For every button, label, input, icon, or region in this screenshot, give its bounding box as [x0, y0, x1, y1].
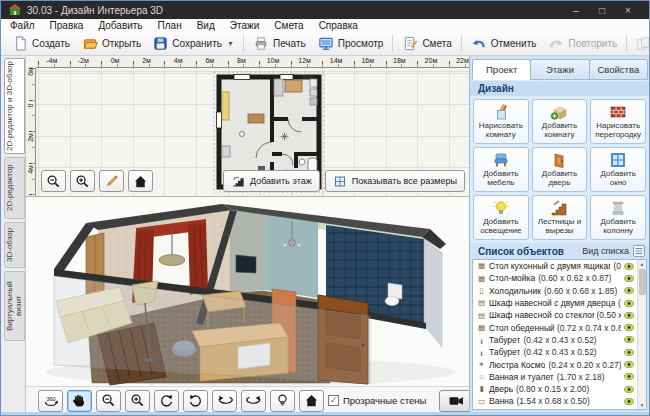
draw-partition-button[interactable]: Нарисовать перегородку: [590, 99, 646, 144]
visibility-eye-icon[interactable]: [624, 287, 635, 294]
object-list-item[interactable]: ▮ Дверь (0.80 x 0.15 x 2.00): [473, 383, 637, 395]
object-list-item[interactable]: ▭ Ванна (1.54 x 0.68 x 0.50): [473, 395, 637, 407]
3d-scene[interactable]: [26, 197, 469, 386]
print-button[interactable]: Печать: [247, 34, 312, 53]
object-list-item[interactable]: ▯ Холодильник (0.60 x 0.68 x 1.85): [473, 285, 637, 297]
object-list-item[interactable]: ▦ Стол-мойка (0.60 x 0.62 x 0.87): [473, 272, 637, 284]
tab-3d-view[interactable]: 3D-обзор: [4, 222, 25, 268]
tab-project[interactable]: Проект: [472, 59, 531, 80]
add-furniture-button[interactable]: Добавить мебель: [473, 147, 529, 192]
visibility-eye-icon[interactable]: [624, 373, 635, 380]
orbit-right-button[interactable]: [241, 390, 266, 412]
scroll-up-icon[interactable]: ▲: [640, 260, 645, 268]
estimate-button[interactable]: Смета: [396, 34, 457, 53]
menu-item[interactable]: Этажи: [230, 20, 260, 31]
home-view-3d-button[interactable]: [299, 390, 324, 412]
redo-button[interactable]: Повторить: [542, 34, 623, 53]
title-bar: 30.03 - Дизайн Интерьера 3D – □ ×: [1, 1, 649, 19]
menu-item[interactable]: Справка: [319, 20, 358, 31]
visibility-eye-icon[interactable]: [624, 263, 635, 270]
brick-wall-icon: [609, 104, 627, 120]
zoom-out-3d-button[interactable]: [96, 390, 121, 412]
draw-room-button[interactable]: Нарисовать комнату: [473, 99, 529, 144]
home-view-2d-button[interactable]: [128, 170, 153, 192]
tab-virtual-visit[interactable]: Виртуальный визит: [4, 271, 25, 341]
tab-floors[interactable]: Этажи: [530, 59, 589, 80]
object-list-item[interactable]: ⌂ Ванная и туалет (1.70 x 2.18): [473, 371, 637, 383]
visibility-eye-icon[interactable]: [624, 275, 635, 282]
app-icon: [9, 4, 21, 16]
lighting-button[interactable]: [270, 390, 295, 412]
duplicate-pages-icon: [636, 36, 650, 51]
object-list-item[interactable]: ▤ Шкаф навесной с двумя дверцами (0...: [473, 297, 637, 309]
object-list-item[interactable]: ▤ Шкаф навесной со стеклом (0.50 x 0...: [473, 309, 637, 321]
zoom-in-3d-button[interactable]: [125, 390, 150, 412]
show-all-dimensions-button[interactable]: Показывать все размеры: [325, 170, 465, 192]
visibility-eye-icon[interactable]: [624, 336, 635, 343]
menu-item[interactable]: План: [158, 20, 182, 31]
measure-tool-button[interactable]: [99, 170, 124, 192]
add-window-button[interactable]: Добавить окно: [590, 147, 646, 192]
object-list[interactable]: ▦ Стол кухонный с двумя ящиками (0.6... …: [472, 259, 647, 410]
undo-button[interactable]: Отменить: [465, 34, 543, 53]
visibility-eye-icon[interactable]: [624, 398, 635, 405]
add-room-button[interactable]: Добавить комнату: [532, 99, 588, 144]
duplicate-button[interactable]: Дублировать: [630, 34, 650, 53]
tab-2d-and-3d[interactable]: 2D-редактор и 3D-обзор: [4, 58, 25, 154]
tab-2d-editor[interactable]: 2D-редактор: [4, 157, 25, 219]
object-list-item[interactable]: ╻ Табурет (0.42 x 0.43 x 0.52): [473, 334, 637, 346]
list-view-icon: [633, 245, 645, 257]
visibility-eye-icon[interactable]: [624, 324, 635, 331]
open-button[interactable]: Открыть: [76, 34, 147, 53]
object-list-scrollbar[interactable]: ▲ ▼: [637, 260, 646, 409]
hand-icon: [72, 393, 87, 408]
add-floor-button[interactable]: Добавить этаж: [223, 170, 320, 192]
menu-item[interactable]: Правка: [50, 20, 84, 31]
minimize-button[interactable]: –: [563, 2, 589, 19]
rotate-ccw-button[interactable]: [154, 390, 179, 412]
save-dropdown-arrow[interactable]: ▼: [227, 40, 234, 47]
zoom-out-icon: [101, 393, 116, 408]
pencil-icon: [104, 174, 119, 189]
stairs-and-openings-button[interactable]: Лестницы и вырезы: [532, 195, 588, 240]
visibility-eye-icon[interactable]: [624, 361, 635, 368]
visibility-eye-icon[interactable]: [624, 312, 635, 319]
menu-item[interactable]: Вид: [197, 20, 215, 31]
menu-item[interactable]: Смета: [274, 20, 303, 31]
object-list-item[interactable]: ▦ Стол кухонный с двумя ящиками (0.6...: [473, 260, 637, 272]
menu-item[interactable]: Добавить: [98, 20, 142, 31]
add-door-button[interactable]: Добавить дверь: [532, 147, 588, 192]
object-list-item[interactable]: ✶ Люстра Космо (0.24 x 0.20 x 0.27): [473, 358, 637, 370]
orbit-left-button[interactable]: [212, 390, 237, 412]
save-button[interactable]: Сохранить▼: [147, 34, 240, 53]
view-list-button[interactable]: [633, 245, 645, 257]
maximize-button[interactable]: □: [589, 2, 615, 19]
transparent-walls-checkbox[interactable]: ✓: [328, 395, 339, 406]
open-folder-icon: [82, 36, 98, 51]
pan-hand-button[interactable]: [67, 390, 92, 412]
menu-bar: ФайлПравкаДобавитьПланВидЭтажиСметаСправ…: [1, 19, 649, 32]
plan-2d-editor[interactable]: 02м4м6м -4м-2м0м2м4м6м8м10м12м14м16м18м2…: [26, 56, 469, 197]
preview-button[interactable]: Просмотр: [312, 34, 390, 53]
object-list-item[interactable]: ╻ Табурет (0.42 x 0.43 x 0.52): [473, 346, 637, 358]
plan-2d-canvas[interactable]: Добавить этаж Показывать все размеры: [36, 68, 469, 196]
transparent-walls-option[interactable]: ✓ Прозрачные стены: [328, 395, 426, 406]
rotate-360-button[interactable]: 360: [38, 390, 63, 412]
scrollbar-thumb[interactable]: [639, 269, 646, 295]
add-column-button[interactable]: Добавить колонну: [590, 195, 646, 240]
visibility-eye-icon[interactable]: [624, 349, 635, 356]
object-list-item[interactable]: ▦ Стол обеденный (0.72 x 0.74 x 0.68): [473, 321, 637, 333]
scroll-down-icon[interactable]: ▼: [640, 401, 645, 409]
zoom-out-2d-button[interactable]: [41, 170, 66, 192]
visibility-eye-icon[interactable]: [624, 300, 635, 307]
tab-properties[interactable]: Свойства: [589, 59, 648, 80]
zoom-in-2d-button[interactable]: [70, 170, 95, 192]
add-lighting-button[interactable]: Добавить освещение: [473, 195, 529, 240]
create-button[interactable]: Создать: [7, 34, 76, 53]
view-3d-pane[interactable]: [26, 197, 469, 386]
menu-item[interactable]: Файл: [10, 20, 35, 31]
monitor-icon: [318, 36, 334, 51]
close-button[interactable]: ×: [615, 2, 641, 19]
rotate-cw-button[interactable]: [183, 390, 208, 412]
visibility-eye-icon[interactable]: [624, 386, 635, 393]
